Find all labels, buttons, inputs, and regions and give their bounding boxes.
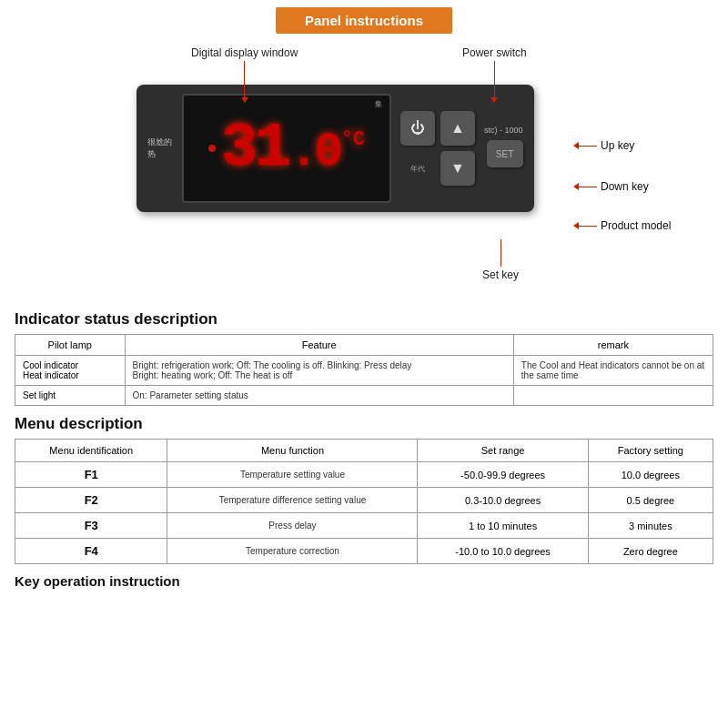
led-decimal: .0: [289, 129, 339, 177]
indicator-remark-1: The Cool and Heat indicators cannot be o…: [513, 356, 713, 386]
indicator-feature-2: On: Parameter setting status: [125, 386, 513, 406]
indicator-header-pilot: Pilot lamp: [15, 335, 126, 356]
annotation-up-key: Up key: [573, 139, 634, 152]
label-top-left: 很尬的: [147, 136, 173, 148]
menu-range-f1: -50.0-99.9 degrees: [418, 462, 588, 488]
device-left-labels: 很尬的 热: [147, 132, 173, 165]
power-button[interactable]: ⏻: [400, 111, 435, 146]
ann-line-v-display: [244, 61, 245, 97]
menu-func-f3: Press delay: [167, 513, 418, 539]
annotation-down-key: Down key: [573, 180, 649, 193]
digital-display-label: Digital display window: [191, 46, 298, 59]
heat-indicator-label: Heat indicator: [23, 370, 117, 380]
menu-header-range: Set range: [418, 440, 588, 462]
indicator-table: Pilot lamp Feature remark Cool indicator…: [15, 334, 713, 406]
indicator-section-title: Indicator status description: [15, 310, 713, 329]
indicator-header-feature: Feature: [125, 335, 513, 356]
menu-row-f1: F1 Temperature setting value -50.0-99.9 …: [15, 462, 713, 488]
led-display: 集 31 .0 °C: [182, 94, 391, 203]
menu-row-f2: F2 Temperature difference setting value …: [15, 488, 713, 513]
power-switch-label: Power switch: [462, 46, 527, 59]
indicator-pilot-2: Set light: [15, 386, 126, 406]
indicator-pilot-1: Cool indicator Heat indicator: [15, 356, 126, 386]
menu-id-f3: F3: [15, 513, 167, 539]
up-button[interactable]: ▲: [440, 111, 475, 146]
ann-arrow-down-display: [241, 97, 248, 103]
menu-range-f4: -10.0 to 10.0 degrees: [418, 539, 588, 564]
feature-heat: Bright: heating work; Off: The heat is o…: [133, 370, 506, 380]
feature-cool: Bright: refrigeration work; Off: The coo…: [133, 360, 506, 370]
btn-row-top: ⏻ ▲: [400, 111, 475, 146]
menu-id-f2: F2: [15, 488, 167, 513]
menu-func-f1: Temperature setting value: [167, 462, 418, 488]
led-dot-indicator: [208, 145, 216, 152]
menu-header-function: Menu function: [167, 440, 418, 462]
up-key-label: Up key: [601, 139, 634, 152]
menu-header-id: Menu identification: [15, 440, 167, 462]
ann-arrow-down-power: [490, 97, 498, 103]
down-key-label: Down key: [601, 180, 649, 193]
annotation-digital-display: Digital display window: [191, 46, 298, 103]
menu-factory-f4: Zero degree: [588, 539, 713, 564]
device-diagram: 很尬的 热 集 31 .0 °C ⏻ ▲ 年代: [9, 39, 719, 303]
display-inner: 31 .0 °C: [208, 117, 365, 179]
indicator-feature-1: Bright: refrigeration work; Off: The coo…: [125, 356, 513, 386]
menu-range-f2: 0.3-10.0 degrees: [418, 488, 588, 513]
year-label: 年代: [400, 151, 435, 186]
annotation-product-model: Product model: [573, 219, 671, 232]
set-key-button[interactable]: SET: [487, 140, 523, 167]
label-bottom-left: 热: [147, 148, 173, 160]
menu-id-f4: F4: [15, 539, 167, 564]
menu-section-title: Menu description: [15, 415, 713, 433]
device-body-wrapper: 很尬的 热 集 31 .0 °C ⏻ ▲ 年代: [136, 85, 534, 212]
device-buttons: ⏻ ▲ 年代 ▼: [400, 111, 475, 186]
menu-func-f4: Temperature correction: [167, 539, 418, 564]
device-body: 很尬的 热 集 31 .0 °C ⏻ ▲ 年代: [136, 85, 534, 212]
ann-line-h-down: [579, 187, 597, 187]
set-key-label: Set key: [482, 268, 519, 281]
panel-instructions-title: Panel instructions: [276, 7, 452, 34]
menu-row-f4: F4 Temperature correction -10.0 to 10.0 …: [15, 539, 713, 564]
indicator-row-1: Cool indicator Heat indicator Bright: re…: [15, 356, 713, 386]
key-operation-title: Key operation instruction: [15, 573, 713, 589]
down-button[interactable]: ▼: [440, 151, 475, 186]
content-area: Indicator status description Pilot lamp …: [0, 310, 728, 598]
product-model-label: Product model: [601, 219, 671, 232]
feature-set: On: Parameter setting status: [133, 390, 506, 400]
menu-factory-f1: 10.0 degrees: [588, 462, 713, 488]
ann-line-h-model: [579, 226, 597, 227]
model-area: stc) - 1000 SET: [484, 126, 523, 171]
menu-range-f3: 1 to 10 minutes: [418, 513, 588, 539]
btn-row-bottom: 年代 ▼: [400, 151, 475, 186]
ann-line-h-up: [579, 146, 597, 147]
remark-1-text: The Cool and Heat indicators cannot be o…: [521, 360, 705, 380]
set-light-label: Set light: [23, 390, 117, 400]
menu-row-f3: F3 Press delay 1 to 10 minutes 3 minutes: [15, 513, 713, 539]
product-model-text: stc) - 1000: [484, 126, 523, 135]
menu-factory-f3: 3 minutes: [588, 513, 713, 539]
menu-func-f2: Temperature difference setting value: [167, 488, 418, 513]
indicator-remark-2: [513, 386, 713, 406]
led-digits: 31: [221, 117, 288, 179]
display-label-top: 集: [375, 99, 382, 109]
annotation-power-switch: Power switch: [462, 46, 527, 103]
ann-line-v-set: [500, 239, 501, 267]
menu-table: Menu identification Menu function Set ra…: [15, 439, 713, 564]
menu-header-factory: Factory setting: [588, 440, 713, 462]
indicator-row-2: Set light On: Parameter setting status: [15, 386, 713, 406]
menu-factory-f2: 0.5 degree: [588, 488, 713, 513]
menu-id-f1: F1: [15, 462, 167, 488]
ann-line-v-power: [494, 61, 495, 97]
indicator-header-remark: remark: [513, 335, 713, 356]
header-banner: Panel instructions: [0, 0, 728, 39]
cool-indicator-label: Cool indicator: [23, 360, 117, 370]
annotation-set-key: Set key: [482, 239, 519, 281]
led-unit: °C: [341, 128, 365, 151]
